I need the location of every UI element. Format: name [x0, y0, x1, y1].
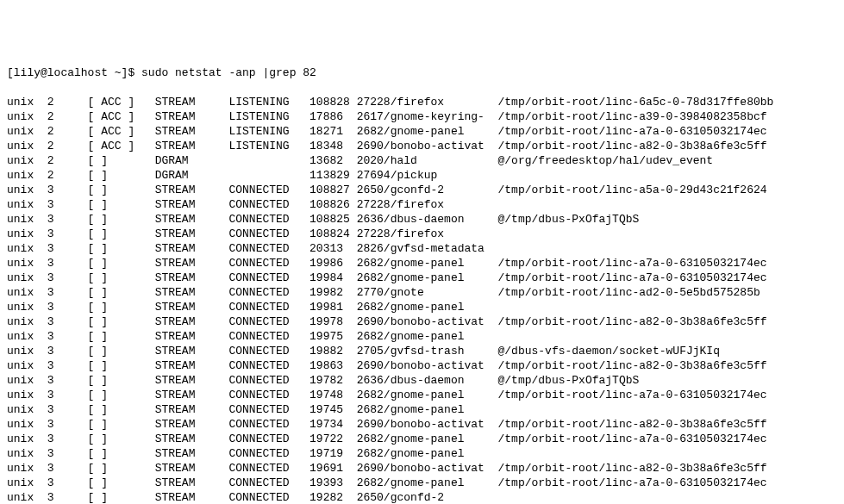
netstat-row: unix 3 [ ] STREAM CONNECTED 19981 2682/g…: [7, 300, 837, 314]
netstat-row: unix 2 [ ACC ] STREAM LISTENING 18271 26…: [7, 124, 837, 139]
netstat-row: unix 2 [ ] DGRAM 113829 27694/pickup: [7, 168, 837, 183]
netstat-row: unix 3 [ ] STREAM CONNECTED 19975 2682/g…: [7, 329, 837, 344]
netstat-row: unix 3 [ ] STREAM CONNECTED 19719 2682/g…: [7, 446, 837, 461]
netstat-row: unix 3 [ ] STREAM CONNECTED 19863 2690/b…: [7, 358, 837, 373]
netstat-row: unix 3 [ ] STREAM CONNECTED 20313 2826/g…: [7, 241, 837, 256]
netstat-row: unix 3 [ ] STREAM CONNECTED 19691 2690/b…: [7, 461, 837, 476]
netstat-row: unix 3 [ ] STREAM CONNECTED 19745 2682/g…: [7, 402, 837, 417]
netstat-row: unix 3 [ ] STREAM CONNECTED 108827 2650/…: [7, 183, 837, 197]
netstat-row: unix 3 [ ] STREAM CONNECTED 19986 2682/g…: [7, 256, 837, 271]
netstat-row: unix 2 [ ] DGRAM 13682 2020/hald @/org/f…: [7, 153, 837, 168]
output-rows: unix 2 [ ACC ] STREAM LISTENING 108828 2…: [7, 95, 837, 504]
netstat-row: unix 3 [ ] STREAM CONNECTED 19734 2690/b…: [7, 417, 837, 432]
netstat-row: unix 3 [ ] STREAM CONNECTED 19982 2770/g…: [7, 285, 837, 300]
netstat-row: unix 3 [ ] STREAM CONNECTED 108825 2636/…: [7, 212, 837, 227]
netstat-row: unix 2 [ ACC ] STREAM LISTENING 108828 2…: [7, 95, 837, 109]
netstat-row: unix 3 [ ] STREAM CONNECTED 19882 2705/g…: [7, 344, 837, 358]
netstat-row: unix 3 [ ] STREAM CONNECTED 19748 2682/g…: [7, 388, 837, 402]
netstat-row: unix 3 [ ] STREAM CONNECTED 19782 2636/d…: [7, 373, 837, 388]
netstat-row: unix 3 [ ] STREAM CONNECTED 19722 2682/g…: [7, 432, 837, 446]
command-prompt: [lily@localhost ~]$ sudo netstat -anp |g…: [7, 65, 837, 80]
netstat-row: unix 2 [ ACC ] STREAM LISTENING 18348 26…: [7, 139, 837, 153]
netstat-row: unix 2 [ ACC ] STREAM LISTENING 17886 26…: [7, 109, 837, 124]
netstat-row: unix 3 [ ] STREAM CONNECTED 108826 27228…: [7, 197, 837, 212]
netstat-row: unix 3 [ ] STREAM CONNECTED 19978 2690/b…: [7, 314, 837, 329]
netstat-row: unix 3 [ ] STREAM CONNECTED 19282 2650/g…: [7, 490, 837, 504]
netstat-row: unix 3 [ ] STREAM CONNECTED 19393 2682/g…: [7, 476, 837, 490]
netstat-row: unix 3 [ ] STREAM CONNECTED 108824 27228…: [7, 227, 837, 241]
netstat-row: unix 3 [ ] STREAM CONNECTED 19984 2682/g…: [7, 271, 837, 285]
